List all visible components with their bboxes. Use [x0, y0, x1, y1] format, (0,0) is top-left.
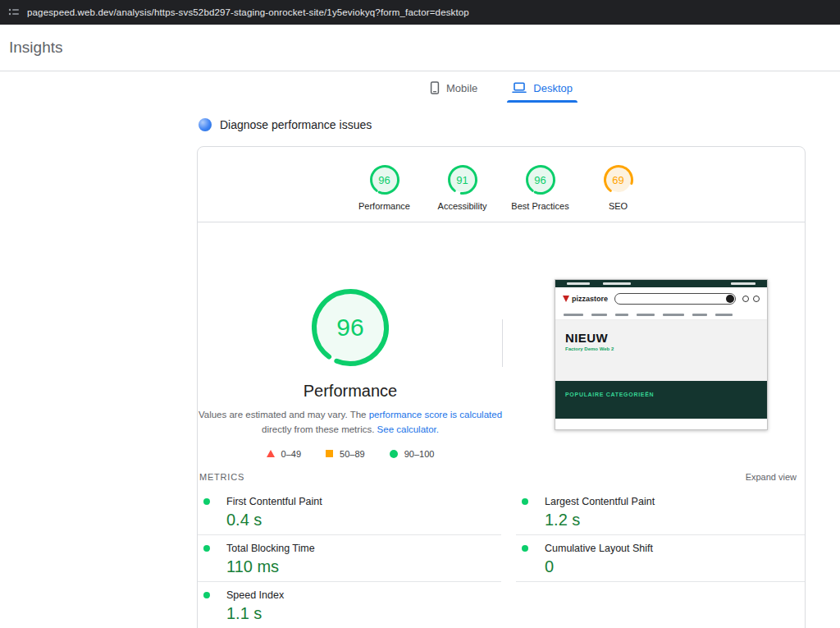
good-circle-icon: [390, 450, 398, 458]
shot-logo: pizzastore: [563, 295, 608, 303]
category-scores: 96 Performance 91 Accessibility: [198, 147, 805, 222]
score-performance[interactable]: 96 Performance: [351, 163, 418, 211]
metrics-grid: First Contentful Paint 0.4 s Total Block…: [198, 488, 805, 628]
metric-total-blocking-time: Total Blocking Time 110 ms: [198, 535, 501, 582]
see-calculator-link[interactable]: See calculator.: [377, 424, 439, 434]
metrics-header: METRICS Expand view: [198, 466, 805, 488]
best-practices-gauge: 96: [524, 163, 557, 196]
shot-hero-title: NIEUW: [565, 331, 767, 345]
score-description: Values are estimated and may vary. The p…: [198, 408, 503, 438]
score-label: Performance: [358, 201, 410, 211]
tab-underline: [507, 100, 578, 103]
shot-hero: NIEUW Factory Demo Web 2: [555, 320, 767, 381]
page-title: Insights: [9, 39, 62, 57]
seo-gauge: 69: [602, 163, 635, 196]
address-bar[interactable]: pagespeed.web.dev/analysis/https-svs52bd…: [0, 0, 840, 25]
shot-hero-subtitle: Factory Demo Web 2: [565, 346, 767, 351]
performance-score-value: 96: [311, 288, 390, 367]
device-tabs: Mobile Desktop: [197, 73, 806, 103]
tab-mobile-label: Mobile: [446, 82, 477, 94]
shot-nav-item: [591, 314, 607, 316]
metric-label: Largest Contentful Paint: [545, 496, 655, 507]
average-square-icon: [326, 450, 333, 457]
pizza-slice-icon: [563, 296, 569, 302]
metric-label: Total Blocking Time: [226, 543, 315, 554]
page-header: Insights: [0, 25, 840, 71]
metric-value: 110 ms: [226, 557, 501, 576]
score-label: Best Practices: [511, 201, 568, 211]
score-calculation-link[interactable]: performance score is calculated: [369, 410, 502, 419]
legend-fail: 0–49: [267, 449, 301, 459]
section-title: Diagnose performance issues: [220, 118, 372, 131]
shot-categories-heading: POPULAIRE CATEGORIEËN: [565, 392, 767, 397]
expand-view-button[interactable]: Expand view: [746, 472, 797, 482]
report-card: 96 Performance 91 Accessibility: [197, 146, 806, 628]
section-heading: Diagnose performance issues: [197, 116, 806, 134]
score-label: SEO: [609, 201, 628, 211]
report-content: Diagnose performance issues 96 Performan…: [197, 116, 806, 628]
score-seo[interactable]: 69 SEO: [585, 163, 652, 211]
legend-range: 0–49: [281, 449, 301, 459]
shot-nav-item: [564, 314, 583, 316]
performance-gauge: 96: [368, 163, 401, 196]
shot-announcement-bar: [555, 280, 767, 287]
shot-header: pizzastore: [555, 287, 767, 309]
shot-search-icon: [726, 295, 734, 303]
metrics-column-left: First Contentful Paint 0.4 s Total Block…: [198, 488, 501, 628]
description-text: directly from these metrics.: [262, 424, 377, 434]
tab-desktop-label: Desktop: [533, 82, 573, 94]
browser-menu-icon[interactable]: [8, 7, 20, 18]
metric-speed-index: Speed Index 1.1 s: [198, 582, 501, 628]
legend-average: 50–89: [326, 449, 365, 459]
metric-label: First Contentful Paint: [226, 496, 322, 507]
desktop-icon: [512, 82, 527, 94]
metric-status-icon: [522, 545, 528, 552]
performance-gauge-large: 96: [311, 288, 390, 367]
tab-underline: [425, 100, 482, 103]
description-text: Values are estimated and may vary. The: [199, 410, 369, 419]
tab-desktop[interactable]: Desktop: [507, 73, 578, 103]
score-value: 69: [602, 163, 635, 196]
shot-nav-item: [692, 314, 707, 316]
metrics-heading: METRICS: [199, 472, 244, 482]
vertical-divider: [502, 319, 503, 367]
metric-status-icon: [203, 592, 210, 598]
score-legend: 0–49 50–89 90–100: [198, 449, 503, 459]
shot-categories-band: POPULAIRE CATEGORIEËN: [555, 381, 767, 419]
performance-gauge-block: 96 Performance Values are estimated and …: [198, 222, 503, 459]
shot-topbar-text: [603, 282, 631, 285]
shot-nav-item: [663, 314, 684, 316]
legend-range: 90–100: [404, 449, 435, 459]
shot-account-icons: [742, 296, 760, 302]
shot-cart-icon: [753, 296, 760, 302]
tab-mobile[interactable]: Mobile: [425, 73, 482, 103]
shot-brand: pizzastore: [572, 295, 608, 303]
shot-nav-bar: [555, 309, 767, 320]
shot-nav-item: [615, 314, 628, 316]
metric-value: 1.2 s: [545, 511, 805, 529]
shot-nav-item: [715, 314, 733, 316]
metric-value: 1.1 s: [226, 604, 501, 623]
shot-topbar-text: [731, 282, 756, 285]
performance-heading: Performance: [198, 382, 503, 401]
metric-label: Cumulative Layout Shift: [545, 543, 653, 554]
metric-first-contentful-paint: First Contentful Paint 0.4 s: [198, 488, 501, 535]
score-value: 91: [446, 163, 479, 196]
performance-summary: 96 Performance Values are estimated and …: [198, 222, 805, 466]
metric-value: 0: [545, 557, 805, 576]
mobile-icon: [430, 81, 440, 94]
metric-status-icon: [522, 498, 528, 505]
metric-status-icon: [203, 498, 210, 505]
shot-account-icon: [742, 296, 749, 302]
accessibility-gauge: 91: [446, 163, 479, 196]
metric-cumulative-layout-shift: Cumulative Layout Shift 0: [516, 535, 805, 582]
shot-search-bar: [614, 293, 736, 305]
score-value: 96: [524, 163, 557, 196]
shot-bottom-strip: [555, 419, 767, 429]
metric-label: Speed Index: [226, 589, 284, 601]
shot-nav-item: [637, 314, 655, 316]
site-screenshot-thumbnail: pizzastore: [555, 279, 768, 430]
score-accessibility[interactable]: 91 Accessibility: [429, 163, 496, 211]
metrics-column-right: Largest Contentful Paint 1.2 s Cumulativ…: [516, 488, 805, 628]
score-best-practices[interactable]: 96 Best Practices: [507, 163, 574, 211]
